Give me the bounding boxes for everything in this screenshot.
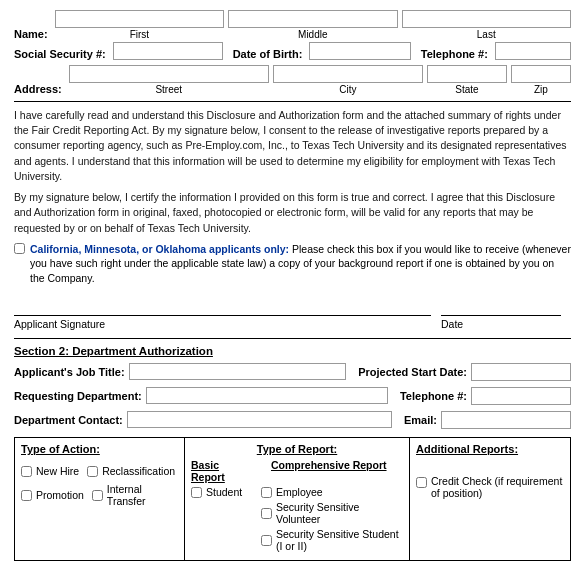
last-name-input[interactable] xyxy=(402,10,571,28)
state-sublabel: State xyxy=(427,84,507,95)
security-sensitive-student-label: Security Sensitive Student (I or II) xyxy=(276,528,403,552)
employee-checkbox[interactable] xyxy=(261,487,272,498)
type-report-col: Type of Report: Basic Report Comprehensi… xyxy=(185,438,410,560)
additional-reports-col: Additional Reports: Credit Check (if req… xyxy=(410,438,570,560)
email-label: Email: xyxy=(404,414,437,426)
telephone-label: Telephone #: xyxy=(421,48,488,60)
student-label: Student xyxy=(206,486,242,498)
new-hire-checkbox[interactable] xyxy=(21,466,32,477)
job-title-input[interactable] xyxy=(129,363,347,380)
last-sublabel: Last xyxy=(402,29,571,40)
ssn-label: Social Security #: xyxy=(14,48,106,60)
projected-start-input[interactable] xyxy=(471,363,571,381)
middle-name-input[interactable] xyxy=(228,10,397,28)
type-action-col: Type of Action: New Hire Reclassificatio… xyxy=(15,438,185,560)
first-name-input[interactable] xyxy=(55,10,224,28)
street-sublabel: Street xyxy=(69,84,269,95)
applicant-signature-field[interactable] xyxy=(14,294,431,316)
dob-input[interactable] xyxy=(309,42,410,60)
ssn-input[interactable] xyxy=(113,42,223,60)
job-title-label: Applicant's Job Title: xyxy=(14,366,125,378)
student-checkbox[interactable] xyxy=(191,487,202,498)
telephone2-input[interactable] xyxy=(471,387,571,405)
internal-transfer-checkbox[interactable] xyxy=(92,490,103,501)
california-text: California, Minnesota, or Oklahoma appli… xyxy=(30,242,571,286)
middle-sublabel: Middle xyxy=(228,29,397,40)
credit-check-checkbox[interactable] xyxy=(416,477,427,488)
zip-sublabel: Zip xyxy=(511,84,571,95)
dept-contact-label: Department Contact: xyxy=(14,414,123,426)
employee-label: Employee xyxy=(276,486,323,498)
promotion-checkbox[interactable] xyxy=(21,490,32,501)
paragraph2: By my signature below, I certify the inf… xyxy=(14,190,571,236)
comprehensive-report-header: Comprehensive Report xyxy=(271,459,387,483)
city-input[interactable] xyxy=(273,65,423,83)
address-label: Address: xyxy=(14,83,62,95)
type-report-title: Type of Report: xyxy=(191,443,403,455)
credit-check-label: Credit Check (if requirement of position… xyxy=(431,475,564,499)
street-input[interactable] xyxy=(69,65,269,83)
bottom-table: Type of Action: New Hire Reclassificatio… xyxy=(14,437,571,561)
security-sensitive-volunteer-label: Security Sensitive Volunteer xyxy=(276,501,403,525)
date-label: Date xyxy=(441,318,571,330)
new-hire-label: New Hire xyxy=(36,465,79,477)
additional-reports-title: Additional Reports: xyxy=(416,443,564,455)
requesting-dept-label: Requesting Department: xyxy=(14,390,142,402)
security-sensitive-volunteer-checkbox[interactable] xyxy=(261,508,272,519)
telephone-input[interactable] xyxy=(495,42,571,60)
zip-input[interactable] xyxy=(511,65,571,83)
type-action-title: Type of Action: xyxy=(21,443,178,455)
requesting-dept-input[interactable] xyxy=(146,387,388,404)
reclassification-checkbox[interactable] xyxy=(87,466,98,477)
date-field[interactable] xyxy=(441,294,561,316)
city-sublabel: City xyxy=(273,84,423,95)
applicant-sig-label: Applicant Signature xyxy=(14,318,431,330)
paragraph1: I have carefully read and understand thi… xyxy=(14,108,571,184)
internal-transfer-label: Internal Transfer xyxy=(107,483,178,507)
projected-start-label: Projected Start Date: xyxy=(358,366,467,378)
name-label: Name: xyxy=(14,28,48,40)
security-sensitive-student-checkbox[interactable] xyxy=(261,535,272,546)
state-input[interactable] xyxy=(427,65,507,83)
email-input[interactable] xyxy=(441,411,571,429)
basic-report-header: Basic Report xyxy=(191,459,251,483)
reclassification-label: Reclassification xyxy=(102,465,175,477)
first-sublabel: First xyxy=(55,29,224,40)
dob-label: Date of Birth: xyxy=(233,48,303,60)
section2-title: Section 2: Department Authorization xyxy=(14,345,571,357)
california-checkbox[interactable] xyxy=(14,243,25,254)
promotion-label: Promotion xyxy=(36,489,84,501)
dept-contact-input[interactable] xyxy=(127,411,392,428)
telephone2-label: Telephone #: xyxy=(400,390,467,402)
